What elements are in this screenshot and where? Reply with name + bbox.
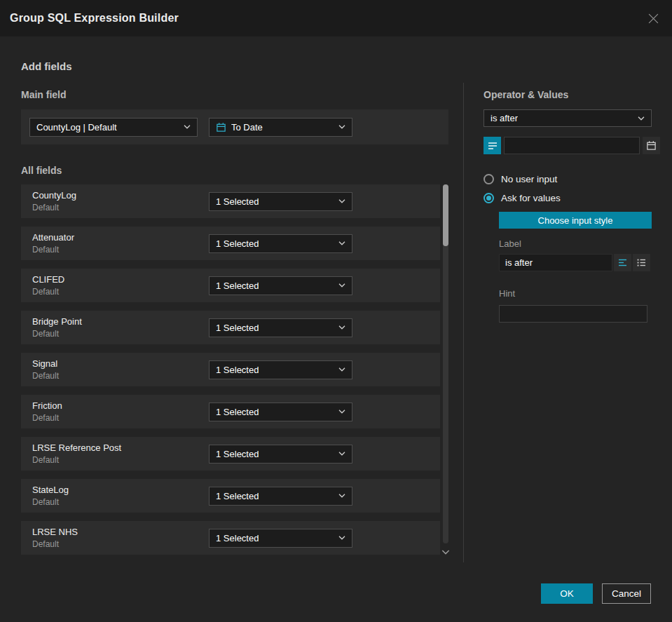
field-name: Bridge Point: [32, 316, 209, 327]
calendar-icon: [216, 122, 226, 133]
chevron-down-icon: [333, 536, 345, 540]
field-row: Signal Default 1 Selected: [21, 353, 440, 386]
date-value-input[interactable]: [504, 137, 640, 154]
value-list-button[interactable]: [484, 137, 501, 154]
field-values-select-value: 1 Selected: [216, 491, 259, 501]
hint-field-label: Hint: [499, 288, 652, 299]
field-info: Friction Default: [32, 400, 209, 423]
field-values-select[interactable]: 1 Selected: [209, 276, 352, 295]
chevron-down-icon: [333, 452, 345, 456]
radio-circle-icon[interactable]: [484, 174, 494, 184]
field-subtitle: Default: [32, 371, 209, 381]
radio-selected-icon[interactable]: [484, 193, 494, 203]
field-row: Attenuator Default 1 Selected: [21, 227, 440, 260]
list-style-button[interactable]: [633, 254, 650, 271]
field-info: Signal Default: [32, 358, 209, 381]
dialog-title: Group SQL Expression Builder: [10, 12, 179, 25]
field-row: Friction Default 1 Selected: [21, 395, 440, 428]
chevron-down-icon: [178, 125, 191, 129]
field-subtitle: Default: [32, 497, 209, 507]
main-field-select-value: CountyLog | Default: [36, 122, 117, 133]
field-values-select[interactable]: 1 Selected: [209, 445, 352, 464]
field-subtitle: Default: [32, 203, 209, 212]
ok-button[interactable]: OK: [541, 583, 593, 604]
label-input[interactable]: [499, 254, 612, 271]
field-values-select[interactable]: 1 Selected: [209, 360, 352, 379]
radio-ask-for-values[interactable]: Ask for values: [484, 193, 652, 203]
all-fields-area: CountyLog Default 1 Selected Attenuator …: [21, 184, 463, 563]
field-info: CLIFED Default: [32, 274, 209, 297]
operator-select[interactable]: is after: [484, 109, 652, 127]
value-list-icon: [488, 141, 498, 151]
cancel-button[interactable]: Cancel: [602, 583, 651, 604]
field-subtitle: Default: [32, 539, 209, 549]
field-values-select-value: 1 Selected: [216, 280, 259, 291]
close-button[interactable]: [647, 13, 659, 25]
bullet-list-icon: [637, 258, 646, 267]
fields-panel: Add fields Main field CountyLog | Defaul…: [0, 60, 463, 563]
single-line-style-button[interactable]: [614, 254, 631, 271]
field-row: LRSE NHS Default 1 Selected: [21, 521, 440, 555]
field-name: CLIFED: [32, 274, 209, 285]
field-name: StateLog: [32, 485, 209, 495]
field-values-select-value: 1 Selected: [216, 238, 259, 249]
field-values-select[interactable]: 1 Selected: [209, 403, 352, 421]
field-values-select[interactable]: 1 Selected: [209, 318, 352, 337]
field-values-select-value: 1 Selected: [216, 196, 259, 207]
all-fields-list: CountyLog Default 1 Selected Attenuator …: [21, 184, 440, 563]
field-info: LRSE Reference Post Default: [32, 442, 209, 465]
field-row: Bridge Point Default 1 Selected: [21, 311, 440, 344]
field-values-select[interactable]: 1 Selected: [209, 192, 352, 211]
radio-no-user-input[interactable]: No user input: [484, 174, 652, 184]
field-info: CountyLog Default: [32, 190, 209, 212]
operator-values-heading: Operator & Values: [484, 89, 652, 100]
chevron-down-icon: [333, 367, 345, 372]
field-name: LRSE NHS: [32, 527, 209, 537]
field-name: Attenuator: [32, 232, 209, 243]
operator-values-panel: Operator & Values is after: [484, 89, 652, 323]
scrollbar-down-arrow[interactable]: [441, 550, 450, 555]
field-values-select[interactable]: 1 Selected: [209, 487, 352, 506]
field-info: Bridge Point Default: [32, 316, 209, 339]
field-subtitle: Default: [32, 413, 209, 423]
chevron-down-icon: [333, 199, 345, 203]
field-values-select[interactable]: 1 Selected: [209, 234, 352, 253]
radio-ask-for-values-label: Ask for values: [501, 193, 561, 203]
field-values-select-value: 1 Selected: [216, 533, 259, 543]
field-subtitle: Default: [32, 329, 209, 339]
field-name: LRSE Reference Post: [32, 442, 209, 453]
field-row: CountyLog Default 1 Selected: [21, 184, 440, 218]
date-field-select-value: To Date: [231, 122, 263, 133]
all-fields-label: All fields: [21, 165, 463, 176]
field-values-select-value: 1 Selected: [216, 323, 259, 333]
main-field-select[interactable]: CountyLog | Default: [29, 118, 198, 137]
chevron-down-icon: [333, 125, 345, 129]
field-info: LRSE NHS Default: [32, 527, 209, 549]
field-subtitle: Default: [32, 287, 209, 297]
calendar-picker-button[interactable]: [643, 137, 660, 154]
field-values-select-value: 1 Selected: [216, 449, 259, 459]
chevron-down-icon: [333, 283, 345, 288]
label-input-row: [499, 254, 652, 271]
field-row: CLIFED Default 1 Selected: [21, 269, 440, 302]
field-row: StateLog Default 1 Selected: [21, 479, 440, 513]
date-value-row: [484, 137, 652, 154]
field-name: Friction: [32, 400, 209, 411]
operator-select-value: is after: [491, 113, 518, 123]
date-field-select[interactable]: To Date: [209, 118, 352, 137]
field-info: Attenuator Default: [32, 232, 209, 255]
scrollbar: [443, 184, 449, 555]
add-fields-heading: Add fields: [21, 60, 463, 72]
close-icon: [647, 13, 659, 25]
main-field-panel: CountyLog | Default To Date: [21, 109, 448, 144]
align-left-icon: [618, 258, 627, 267]
calendar-icon: [646, 140, 657, 151]
field-subtitle: Default: [32, 455, 209, 465]
dialog-footer: OK Cancel: [541, 583, 651, 604]
field-values-select-value: 1 Selected: [216, 407, 259, 417]
scrollbar-thumb[interactable]: [443, 184, 448, 246]
label-field-label: Label: [499, 238, 652, 249]
field-values-select[interactable]: 1 Selected: [209, 529, 352, 548]
hint-input[interactable]: [499, 305, 647, 323]
choose-input-style-button[interactable]: Choose input style: [499, 212, 652, 229]
